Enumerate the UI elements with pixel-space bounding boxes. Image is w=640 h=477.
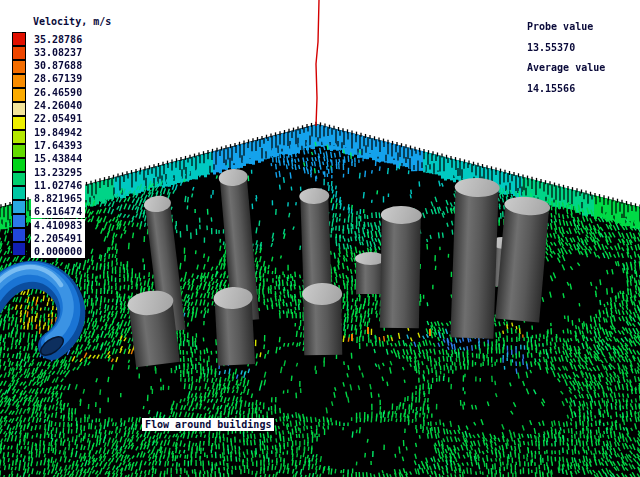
legend-value: 28.67139 bbox=[31, 72, 85, 85]
legend-value: 11.02746 bbox=[31, 179, 85, 192]
legend-value: 13.23295 bbox=[31, 166, 85, 179]
legend-colorbar-segment bbox=[12, 172, 26, 186]
legend-colorbar-segment bbox=[12, 228, 26, 242]
legend-colorbar-segment bbox=[12, 60, 26, 74]
legend-colorbar-segment bbox=[12, 242, 26, 256]
legend-colorbar bbox=[12, 32, 26, 256]
legend-colorbar-segment bbox=[12, 74, 26, 88]
legend-colorbar-segment bbox=[12, 32, 26, 46]
legend-value: 33.08237 bbox=[31, 46, 85, 59]
probe-value: 13.55370 bbox=[527, 42, 575, 54]
legend-colorbar-segment bbox=[12, 130, 26, 144]
building-cylinder bbox=[127, 288, 180, 367]
average-value-label: Average value bbox=[527, 62, 605, 74]
legend-title: Velocity, m/s bbox=[31, 16, 113, 28]
legend-colorbar-segment bbox=[12, 186, 26, 200]
building-wall bbox=[450, 187, 498, 339]
legend-value: 17.64393 bbox=[31, 139, 85, 152]
legend-value: 35.28786 bbox=[31, 33, 85, 46]
legend-colorbar-segment bbox=[12, 158, 26, 172]
legend-colorbar-segment bbox=[12, 46, 26, 60]
legend-colorbar-segment bbox=[12, 116, 26, 130]
legend-colorbar-segment bbox=[12, 88, 26, 102]
legend-value: 0.000000 bbox=[31, 245, 85, 258]
legend-colorbar-segment bbox=[12, 214, 26, 228]
building-cylinder bbox=[214, 286, 255, 366]
building-cylinder bbox=[303, 283, 342, 356]
legend-value: 19.84942 bbox=[31, 126, 85, 139]
scene-caption: Flow around buildings bbox=[142, 418, 274, 431]
legend-value: 4.410983 bbox=[31, 219, 85, 232]
building-roof bbox=[381, 206, 422, 225]
legend-value: 30.87688 bbox=[31, 59, 85, 72]
building-wall bbox=[380, 215, 421, 329]
probe-value-label: Probe value bbox=[527, 21, 593, 33]
legend-value: 8.821965 bbox=[31, 192, 85, 205]
streamline-tube bbox=[0, 258, 92, 362]
average-value: 14.15566 bbox=[527, 83, 575, 95]
legend-value: 26.46590 bbox=[31, 86, 85, 99]
legend-value: 15.43844 bbox=[31, 152, 85, 165]
legend-colorbar-segment bbox=[12, 200, 26, 214]
legend-value: 22.05491 bbox=[31, 112, 85, 125]
building-cylinder bbox=[450, 177, 499, 338]
legend-value: 24.26040 bbox=[31, 99, 85, 112]
legend-colorbar-segment bbox=[12, 102, 26, 116]
building-cylinder bbox=[380, 206, 421, 329]
legend-value: 2.205491 bbox=[31, 232, 85, 245]
legend-value: 6.616474 bbox=[31, 205, 85, 218]
legend-colorbar-segment bbox=[12, 144, 26, 158]
viewport[interactable]: Velocity, m/s 35.2878633.0823730.8768828… bbox=[0, 0, 640, 477]
